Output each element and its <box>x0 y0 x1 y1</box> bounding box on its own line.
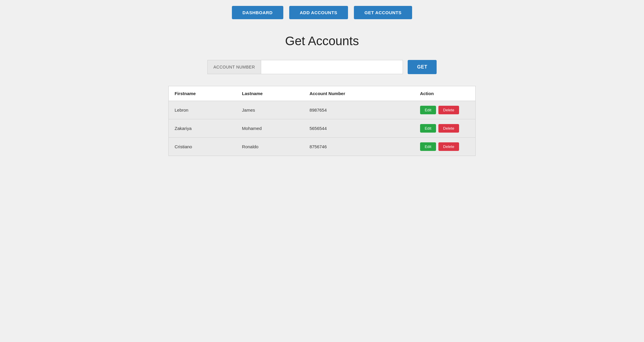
delete-button-row-2[interactable]: Delete <box>438 142 459 151</box>
delete-button-row-1[interactable]: Delete <box>438 124 459 133</box>
cell-lastname: Ronaldo <box>236 138 304 156</box>
edit-button-row-2[interactable]: Edit <box>420 142 436 151</box>
cell-action: EditDelete <box>414 101 476 119</box>
top-navigation: DASHBOARD ADD ACCOUNTS GET ACCOUNTS <box>0 0 644 28</box>
action-cell: EditDelete <box>420 142 469 151</box>
account-number-label: ACCOUNT NUMBER <box>207 60 261 74</box>
cell-lastname: James <box>236 101 304 119</box>
page-title: Get Accounts <box>0 34 644 48</box>
dashboard-button[interactable]: DASHBOARD <box>232 6 283 19</box>
action-cell: EditDelete <box>420 106 469 114</box>
table-header: Firstname Lastname Account Number Action <box>169 86 476 101</box>
table-row: CristianoRonaldo8756746EditDelete <box>169 138 476 156</box>
cell-firstname: Cristiano <box>169 138 236 156</box>
cell-account-number: 8987654 <box>304 101 414 119</box>
cell-lastname: Mohamed <box>236 119 304 138</box>
accounts-table-container: Firstname Lastname Account Number Action… <box>157 86 487 156</box>
action-cell: EditDelete <box>420 124 469 133</box>
delete-button-row-0[interactable]: Delete <box>438 106 459 114</box>
col-header-firstname: Firstname <box>169 86 236 101</box>
edit-button-row-0[interactable]: Edit <box>420 106 436 114</box>
account-number-input[interactable] <box>261 60 403 74</box>
col-header-action: Action <box>414 86 476 101</box>
edit-button-row-1[interactable]: Edit <box>420 124 436 133</box>
table-row: ZakariyaMohamed5656544EditDelete <box>169 119 476 138</box>
table-body: LebronJames8987654EditDeleteZakariyaMoha… <box>169 101 476 156</box>
cell-account-number: 8756746 <box>304 138 414 156</box>
get-button[interactable]: GET <box>408 60 437 74</box>
cell-action: EditDelete <box>414 119 476 138</box>
cell-account-number: 5656544 <box>304 119 414 138</box>
cell-firstname: Zakariya <box>169 119 236 138</box>
col-header-lastname: Lastname <box>236 86 304 101</box>
add-accounts-button[interactable]: ADD ACCOUNTS <box>289 6 348 19</box>
table-row: LebronJames8987654EditDelete <box>169 101 476 119</box>
search-section: ACCOUNT NUMBER GET <box>0 60 644 74</box>
cell-action: EditDelete <box>414 138 476 156</box>
cell-firstname: Lebron <box>169 101 236 119</box>
accounts-table: Firstname Lastname Account Number Action… <box>168 86 476 156</box>
col-header-account-number: Account Number <box>304 86 414 101</box>
get-accounts-button[interactable]: GET ACCOUNTS <box>354 6 412 19</box>
